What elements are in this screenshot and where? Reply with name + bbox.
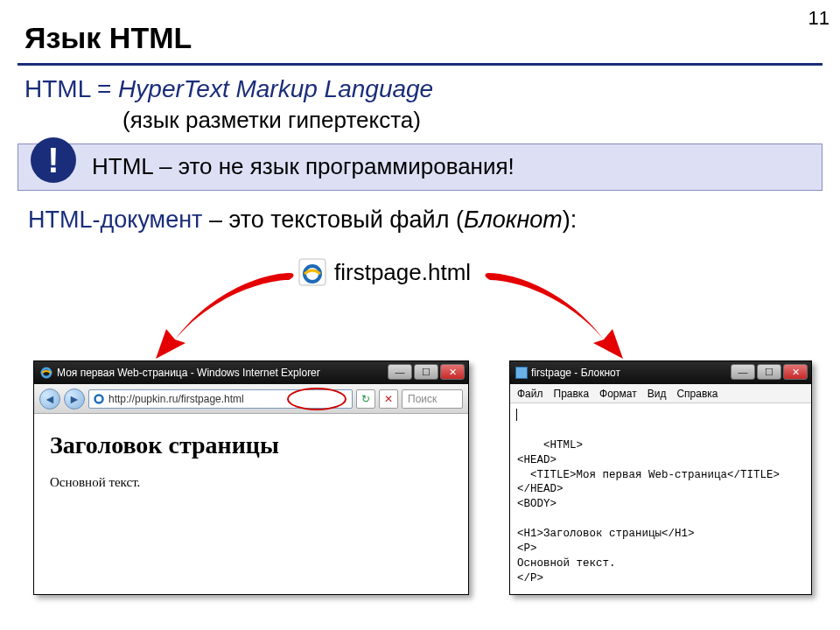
- maximize-button[interactable]: ☐: [414, 364, 438, 380]
- ie-titlebar-icon: [39, 366, 53, 380]
- minimize-button[interactable]: —: [731, 364, 755, 380]
- doc-app: Блокнот: [464, 206, 563, 233]
- arrow-left-icon: [140, 271, 306, 368]
- page-heading: Заголовок страницы: [50, 431, 452, 459]
- exclamation-icon: !: [31, 137, 76, 183]
- highlight-oval: [287, 388, 346, 410]
- notepad-body[interactable]: <HTML> <HEAD> <TITLE>Моя первая Web-стра…: [510, 403, 811, 594]
- menu-help[interactable]: Справка: [676, 388, 718, 400]
- search-box[interactable]: Поиск: [402, 389, 463, 409]
- browser-toolbar: ◄ ► http://pupkin.ru/firstpage.html ↻ ✕ …: [34, 384, 468, 414]
- back-button[interactable]: ◄: [39, 388, 60, 410]
- document-line: HTML-документ – это текстовый файл (Блок…: [28, 206, 577, 234]
- address-text: http://pupkin.ru/firstpage.html: [108, 393, 244, 405]
- file-block: firstpage.html: [298, 257, 471, 287]
- ie-address-icon: [93, 393, 105, 405]
- menu-edit[interactable]: Правка: [554, 388, 590, 400]
- doc-close: ):: [563, 206, 578, 233]
- notepad-content: <HTML> <HEAD> <TITLE>Моя первая Web-стра…: [517, 439, 780, 594]
- close-button[interactable]: ✕: [783, 364, 808, 380]
- notepad-menu: Файл Правка Формат Вид Справка: [510, 384, 811, 403]
- minimize-button[interactable]: —: [388, 364, 412, 380]
- definition-line-1: HTML = HyperText Markup Language: [24, 75, 433, 103]
- def-prefix: HTML =: [24, 75, 118, 102]
- notepad-window: firstpage - Блокнот — ☐ ✕ Файл Правка Фо…: [509, 360, 812, 595]
- page-number: 11: [808, 7, 830, 30]
- menu-view[interactable]: Вид: [648, 388, 667, 400]
- notepad-icon: [515, 367, 528, 379]
- svg-point-3: [95, 395, 103, 402]
- browser-titlebar: Моя первая Web-страница - Windows Intern…: [34, 361, 468, 384]
- address-bar[interactable]: http://pupkin.ru/firstpage.html: [88, 389, 353, 409]
- menu-file[interactable]: Файл: [517, 388, 543, 400]
- text-caret: [516, 409, 517, 421]
- file-name: firstpage.html: [334, 259, 471, 286]
- callout-text: HTML – это не язык программирования!: [92, 153, 514, 180]
- def-expansion: HyperText Markup Language: [118, 75, 433, 102]
- browser-title: Моя первая Web-страница - Windows Intern…: [57, 367, 320, 379]
- title-rule: [18, 63, 822, 66]
- doc-rest: – это текстовый файл (: [202, 206, 463, 233]
- browser-content: Заголовок страницы Основной текст.: [34, 414, 468, 508]
- arrow-right-icon: [472, 271, 639, 368]
- slide-title: Язык HTML: [24, 21, 192, 55]
- maximize-button[interactable]: ☐: [757, 364, 781, 380]
- menu-format[interactable]: Формат: [599, 388, 637, 400]
- definition-line-2: (язык разметки гипертекста): [122, 107, 421, 134]
- close-button[interactable]: ✕: [440, 364, 465, 380]
- browser-window: Моя первая Web-страница - Windows Intern…: [33, 360, 469, 595]
- refresh-button[interactable]: ↻: [356, 389, 375, 409]
- page-paragraph: Основной текст.: [50, 475, 452, 490]
- stop-button[interactable]: ✕: [379, 389, 398, 409]
- forward-button[interactable]: ►: [64, 388, 85, 410]
- notepad-title: firstpage - Блокнот: [531, 367, 620, 379]
- callout-box: ! HTML – это не язык программирования!: [18, 144, 822, 191]
- notepad-titlebar: firstpage - Блокнот — ☐ ✕: [510, 361, 811, 384]
- doc-term: HTML-документ: [28, 206, 202, 233]
